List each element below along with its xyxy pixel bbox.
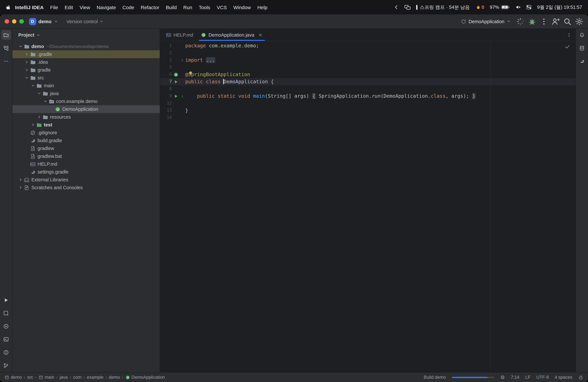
chevron-right-icon[interactable] (24, 60, 30, 65)
tree-item-main[interactable]: main (12, 82, 160, 89)
editor-tab-demoapplication-java[interactable]: DemoApplication.java (197, 29, 267, 41)
chevron-left-icon[interactable] (394, 5, 399, 10)
chevron-right-icon[interactable] (18, 177, 23, 182)
menu-run[interactable]: Run (180, 4, 195, 10)
editor-tab-help-md[interactable]: HELP.md (162, 29, 197, 41)
menu-navigate[interactable]: Navigate (93, 4, 119, 10)
chevron-right-icon[interactable] (24, 67, 30, 73)
indent-style[interactable]: 4 spaces (555, 375, 572, 380)
chevron-right-icon[interactable] (18, 185, 23, 190)
search-everywhere-button[interactable] (563, 17, 572, 26)
code-line-13[interactable]: 13} (160, 107, 576, 114)
breadcrumb-item-com[interactable]: com (73, 375, 82, 380)
breadcrumb-item-src[interactable]: src (27, 375, 33, 380)
menu-window[interactable]: Window (230, 4, 254, 10)
caret-position[interactable]: 7:14 (511, 375, 519, 380)
inspections-ok-icon[interactable] (565, 44, 570, 50)
fold-chevron-icon[interactable] (180, 92, 185, 100)
tree-item-demo[interactable]: demo~/Documents/secondspr/demo (12, 42, 160, 50)
breadcrumb-item-java[interactable]: java (60, 375, 68, 380)
spring-gutter-icon[interactable] (172, 71, 180, 78)
close-tab-icon[interactable] (258, 32, 263, 37)
notifications-button[interactable] (577, 30, 587, 40)
code-line-3[interactable]: 3import ... (160, 57, 576, 64)
menu-code[interactable]: Code (119, 4, 138, 10)
tree-item-build-gradle[interactable]: build.gradle (12, 137, 160, 145)
version-control-tool-button[interactable] (1, 361, 11, 370)
tree-item-src[interactable]: src (12, 74, 160, 82)
menu-edit[interactable]: Edit (61, 4, 76, 10)
code-line-5[interactable]: 5 (160, 64, 576, 71)
timer-status-item[interactable]: 스프링 캠프 · 54분 남음 (416, 4, 470, 10)
tree-item-resources[interactable]: resources (12, 113, 160, 121)
breadcrumb-item-main[interactable]: main (39, 375, 54, 380)
menu-vcs[interactable]: VCS (213, 4, 230, 10)
menu-refactor[interactable]: Refactor (138, 4, 163, 10)
tree-item-com-example-demo[interactable]: com.example.demo (12, 97, 160, 105)
tree-item-test[interactable]: test (12, 121, 160, 129)
battery-status-item[interactable]: 97% (490, 5, 510, 10)
settings-button[interactable] (575, 17, 583, 26)
menu-view[interactable]: View (76, 4, 93, 10)
code-line-9[interactable]: 9 public static void main(String[] args)… (160, 92, 576, 100)
more-actions-button[interactable] (540, 17, 548, 26)
minimize-window-button[interactable] (12, 19, 16, 24)
terminal-tool-button[interactable] (1, 334, 11, 344)
code-line-1[interactable]: 1package com.example.demo; (160, 42, 576, 49)
menu-file[interactable]: File (47, 4, 61, 10)
debug-button[interactable] (528, 17, 536, 26)
menu-build[interactable]: Build (163, 4, 180, 10)
breadcrumb-item-demo[interactable]: demo (5, 375, 22, 380)
vcs-widget[interactable]: Version control (66, 19, 104, 24)
project-widget[interactable]: D demo (29, 18, 58, 25)
profiler-tool-button[interactable] (1, 321, 11, 331)
run-gutter-icon[interactable] (172, 78, 180, 85)
tab-options-button[interactable] (567, 32, 572, 37)
fold-chevron-icon[interactable] (180, 57, 185, 64)
tree-item-demoapplication[interactable]: DemoApplication (12, 105, 160, 113)
run-gutter-icon[interactable] (172, 92, 180, 100)
run-configuration-widget[interactable]: DemoApplication (461, 19, 511, 24)
problems-tool-button[interactable] (1, 347, 11, 357)
breadcrumb-item-demoapplication[interactable]: DemoApplication (125, 375, 165, 380)
write-access-icon[interactable] (578, 375, 583, 380)
tree-item--idea[interactable]: .idea (12, 58, 160, 66)
code-line-7[interactable]: 7public class DemoApplication { (160, 78, 576, 85)
chevron-right-icon[interactable] (30, 122, 36, 127)
tree-item-help-md[interactable]: HELP.md (12, 160, 160, 168)
menu-app-name[interactable]: IntelliJ IDEA (15, 4, 44, 10)
screen-mirroring-icon[interactable] (404, 5, 411, 10)
tree-item-external-libraries[interactable]: External Libraries (12, 176, 160, 184)
chevron-down-icon[interactable] (24, 75, 30, 80)
services-tool-button[interactable] (1, 308, 11, 318)
database-tool-button[interactable] (577, 43, 587, 53)
chevron-right-icon[interactable] (24, 52, 30, 57)
code-editor[interactable]: 1package com.example.demo;23import ...56… (160, 41, 576, 372)
close-window-button[interactable] (5, 19, 9, 24)
chevron-down-icon[interactable] (18, 44, 23, 49)
breadcrumb-item-demo[interactable]: demo (109, 375, 120, 380)
tree-item--gradle[interactable]: .gradle (12, 50, 160, 58)
chevron-down-icon[interactable] (36, 91, 42, 96)
menu-tools[interactable]: Tools (195, 4, 213, 10)
tree-item--gitignore[interactable]: .gitignore (12, 129, 160, 137)
chevron-down-icon[interactable] (30, 83, 36, 88)
chevron-right-icon[interactable] (36, 114, 42, 120)
code-line-6[interactable]: 6@SpringBootApplication (160, 71, 576, 78)
zoom-window-button[interactable] (19, 19, 24, 24)
chevron-down-icon[interactable] (42, 99, 48, 104)
tree-item-scratches-and-consoles[interactable]: Scratches and Consoles (12, 184, 160, 191)
menu-help[interactable]: Help (254, 4, 271, 10)
tree-item-gradlew-bat[interactable]: gradlew.bat (12, 152, 160, 160)
cancel-build-button[interactable] (500, 375, 505, 380)
gradle-tool-button[interactable] (577, 56, 587, 66)
structure-tool-button[interactable] (1, 43, 11, 53)
flame-status-item[interactable]: 0 (475, 5, 484, 10)
code-line-2[interactable]: 2 (160, 49, 576, 57)
more-tool-windows-button[interactable] (1, 56, 11, 66)
apple-menu-icon[interactable] (6, 5, 11, 10)
tree-item-java[interactable]: java (12, 89, 160, 97)
tree-item-gradlew[interactable]: gradlew (12, 145, 160, 152)
run-tool-button[interactable] (1, 295, 11, 305)
tree-item-gradle[interactable]: gradle (12, 66, 160, 74)
